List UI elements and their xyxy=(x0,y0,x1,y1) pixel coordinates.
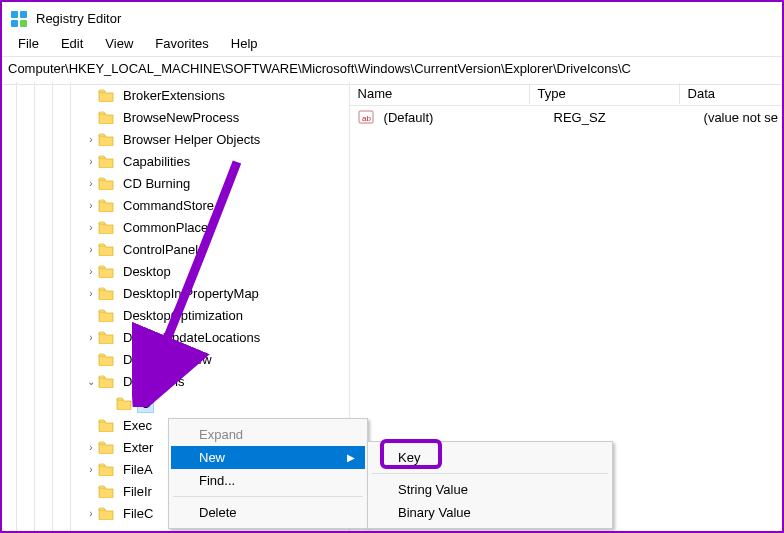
tree-item-label: ControlPanel xyxy=(120,241,201,258)
tree-item-label: C xyxy=(138,395,153,412)
expand-chevron-icon[interactable]: › xyxy=(84,332,98,343)
tree-item-label: DocObjectView xyxy=(120,351,215,368)
value-row[interactable]: ab(Default)REG_SZ(value not se xyxy=(350,106,782,128)
svg-rect-2 xyxy=(11,20,18,27)
menu-view[interactable]: View xyxy=(95,34,143,53)
expand-chevron-icon[interactable]: ⌄ xyxy=(84,376,98,387)
tree-item-label: DeviceUpdateLocations xyxy=(120,329,263,346)
tree-item[interactable]: ›BrowseNewProcess xyxy=(2,106,349,128)
tree-item-label: Exec xyxy=(120,417,155,434)
value-name: (Default) xyxy=(380,108,546,127)
tree-item-label: CommonPlaces xyxy=(120,219,218,236)
ctx-find[interactable]: Find... xyxy=(171,469,365,492)
tree-item-label: Capabilities xyxy=(120,153,193,170)
value-data: (value not se xyxy=(696,108,782,127)
col-name[interactable]: Name xyxy=(350,83,530,104)
tree-item[interactable]: ›BrokerExtensions xyxy=(2,84,349,106)
expand-chevron-icon[interactable]: › xyxy=(84,464,98,475)
separator xyxy=(372,473,608,474)
tree-item-label: DesktopIniPropertyMap xyxy=(120,285,262,302)
svg-text:ab: ab xyxy=(362,114,371,123)
tree-item-label: Desktop xyxy=(120,263,174,280)
svg-rect-1 xyxy=(20,11,27,18)
tree-item[interactable]: ›DeviceUpdateLocations xyxy=(2,326,349,348)
regedit-icon xyxy=(10,10,28,28)
sub-key[interactable]: Key xyxy=(370,446,610,469)
separator xyxy=(173,496,363,497)
expand-chevron-icon[interactable]: › xyxy=(84,134,98,145)
ctx-new[interactable]: New ▶ xyxy=(171,446,365,469)
tree-item-label: Browser Helper Objects xyxy=(120,131,263,148)
address-bar[interactable]: Computer\HKEY_LOCAL_MACHINE\SOFTWARE\Mic… xyxy=(2,57,782,84)
tree-item-label: FileC xyxy=(120,505,156,522)
sub-binary-value[interactable]: Binary Value xyxy=(370,501,610,524)
expand-chevron-icon[interactable]: › xyxy=(84,442,98,453)
ctx-delete[interactable]: Delete xyxy=(171,501,365,524)
tree-item[interactable]: ›ControlPanel xyxy=(2,238,349,260)
col-data[interactable]: Data xyxy=(680,83,782,104)
tree-item[interactable]: ›Desktop xyxy=(2,260,349,282)
tree-item-label: FileIr xyxy=(120,483,155,500)
submenu-new: Key String Value Binary Value xyxy=(367,441,613,529)
menu-help[interactable]: Help xyxy=(221,34,268,53)
ctx-expand[interactable]: Expand xyxy=(171,423,365,446)
expand-chevron-icon[interactable]: › xyxy=(84,222,98,233)
tree-item-label: DesktopOptimization xyxy=(120,307,246,324)
tree-item[interactable]: ›C xyxy=(2,392,349,414)
tree-item[interactable]: ›Browser Helper Objects xyxy=(2,128,349,150)
expand-chevron-icon[interactable]: › xyxy=(84,244,98,255)
list-header: Name Type Data xyxy=(350,82,782,106)
tree-item[interactable]: ›DesktopOptimization xyxy=(2,304,349,326)
tree-item[interactable]: ›CommandStore xyxy=(2,194,349,216)
expand-chevron-icon[interactable]: › xyxy=(84,178,98,189)
ctx-new-label: New xyxy=(199,450,225,465)
tree-item[interactable]: ›CommonPlaces xyxy=(2,216,349,238)
tree-item[interactable]: ›DesktopIniPropertyMap xyxy=(2,282,349,304)
expand-chevron-icon[interactable]: › xyxy=(84,288,98,299)
svg-rect-0 xyxy=(11,11,18,18)
svg-rect-3 xyxy=(20,20,27,27)
string-value-icon: ab xyxy=(358,109,374,125)
window-title: Registry Editor xyxy=(36,11,121,26)
tree-item-label: CD Burning xyxy=(120,175,193,192)
value-type: REG_SZ xyxy=(546,108,696,127)
menu-edit[interactable]: Edit xyxy=(51,34,93,53)
context-menu: Expand New ▶ Find... Delete Key String V… xyxy=(168,418,368,529)
tree-item-label: CommandStore xyxy=(120,197,217,214)
expand-chevron-icon[interactable]: › xyxy=(84,200,98,211)
menubar: File Edit View Favorites Help xyxy=(2,32,782,56)
expand-chevron-icon[interactable]: › xyxy=(84,156,98,167)
menu-favorites[interactable]: Favorites xyxy=(145,34,218,53)
tree-item-label: BrokerExtensions xyxy=(120,87,228,104)
titlebar: Registry Editor xyxy=(2,2,782,32)
tree-item[interactable]: ›Capabilities xyxy=(2,150,349,172)
sub-string-value[interactable]: String Value xyxy=(370,478,610,501)
expand-chevron-icon[interactable]: › xyxy=(84,508,98,519)
tree-item-label: BrowseNewProcess xyxy=(120,109,242,126)
chevron-right-icon: ▶ xyxy=(347,452,355,463)
col-type[interactable]: Type xyxy=(530,83,680,104)
tree-item[interactable]: ⌄DriveIcons xyxy=(2,370,349,392)
tree-item-label: FileA xyxy=(120,461,156,478)
tree-item[interactable]: ›DocObjectView xyxy=(2,348,349,370)
tree-item[interactable]: ›CD Burning xyxy=(2,172,349,194)
expand-chevron-icon[interactable]: › xyxy=(84,266,98,277)
menu-file[interactable]: File xyxy=(8,34,49,53)
tree-item-label: Exter xyxy=(120,439,156,456)
tree-item-label: DriveIcons xyxy=(120,373,187,390)
